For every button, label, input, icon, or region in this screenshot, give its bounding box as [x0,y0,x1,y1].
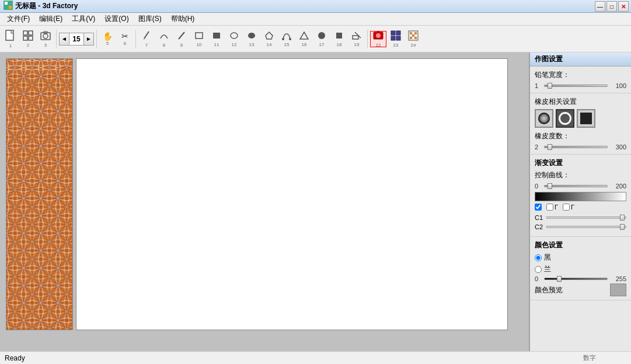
eraser-section: 橡皮相关设置 橡皮度数： 2 300 [530,93,631,155]
canvas-area[interactable] [0,52,529,351]
tool-11[interactable]: 11 [208,31,225,47]
c1-c2-sliders: C1 C2 [535,214,626,230]
menu-gallery[interactable]: 图库(S) [134,13,166,25]
tool-12[interactable]: 12 [226,31,242,47]
svg-rect-24 [353,36,358,39]
gradient-section: 渐变设置 控制曲线： 0 200 Γ Γ [530,155,631,237]
tool-16[interactable]: 16 [296,31,312,47]
eraser-type-square[interactable] [577,109,595,128]
new-doc-icon [5,30,16,43]
tool-1[interactable]: 1 [2,31,19,47]
eraser-square-icon [580,113,592,124]
nav-prev-button[interactable]: ◄ [59,33,69,46]
cb-check-3[interactable] [563,204,570,211]
checkbox-2[interactable]: Γ [546,204,558,211]
color-slider[interactable] [544,278,608,280]
tool-13[interactable]: 13 [243,31,260,47]
checkbox-3[interactable]: Γ [563,204,574,211]
tool-23[interactable]: 23 [388,31,404,47]
maximize-button[interactable]: □ [606,1,617,12]
c2-slider[interactable] [546,226,626,228]
tool-6-num: 6 [124,41,126,46]
color-preview-swatch [610,284,626,296]
tool-1-num: 1 [9,43,12,48]
radio-blue[interactable] [535,266,542,273]
tool-24[interactable]: 24 [405,31,421,47]
tool-18[interactable]: 18 [331,31,347,47]
svg-rect-30 [396,31,400,35]
nav-next-button[interactable]: ► [83,33,94,46]
svg-point-19 [282,38,284,40]
gradient-slider[interactable] [544,185,608,187]
svg-rect-7 [29,36,33,40]
rect-fill-icon [212,31,221,41]
pencil-icon [142,30,151,42]
gradient-checkboxes: Γ Γ [535,204,626,211]
status-bar: Ready 数字 [0,351,631,364]
eraser-label: 橡皮度数： [535,131,626,141]
svg-rect-32 [396,36,400,40]
eraser-slider-row: 2 300 [535,144,626,150]
svg-point-17 [248,33,255,38]
title-bar: 无标题 - 3d Factory — □ ✕ [0,0,631,13]
c1-slider[interactable] [546,216,626,219]
color-max: 255 [610,275,626,282]
tool-2[interactable]: 2 [20,31,36,47]
line-icon [177,30,186,42]
menu-settings[interactable]: 设置(O) [100,13,133,25]
svg-rect-6 [23,36,27,40]
checkbox-1[interactable] [535,204,542,211]
minimize-button[interactable]: — [595,1,605,12]
tool-3-num: 3 [44,43,47,48]
menu-edit[interactable]: 编辑(E) [34,13,67,25]
tool-6[interactable]: ✂ 6 [117,31,133,47]
tool-22[interactable]: 22 [370,31,386,47]
camera-icon [40,30,51,42]
tool-17[interactable]: 17 [313,31,330,47]
close-button[interactable]: ✕ [618,1,629,12]
svg-point-27 [376,33,381,38]
curve-icon [159,30,169,42]
gradient-title: 渐变设置 [535,158,626,168]
eraser-slider[interactable] [544,146,608,148]
gradient-min: 0 [535,183,542,190]
tool-10[interactable]: 10 [191,31,207,47]
menu-bar: 文件(F) 编辑(E) 工具(V) 设置(O) 图库(S) 帮助(H) [0,13,631,26]
color-option-black[interactable]: 黑 [535,253,626,262]
svg-marker-21 [300,32,308,39]
pencil-slider[interactable] [544,85,608,87]
texture-canvas [6,58,73,330]
tool-15[interactable]: 15 [278,31,295,47]
tool-14[interactable]: 14 [261,31,277,47]
toolbar: 1 2 3 ◄ 15 ► ✋ [0,26,631,52]
tool-5[interactable]: ✋ 5 [99,31,116,47]
svg-rect-15 [213,33,220,38]
menu-file[interactable]: 文件(F) [2,13,34,25]
c2-label: C2 [535,223,544,230]
color-slider-row: 0 255 [535,275,626,282]
cb-check-1[interactable] [535,204,542,211]
tool-3[interactable]: 3 [37,31,54,47]
eraser-min: 2 [535,144,542,150]
photo-icon [373,30,384,42]
radio-black[interactable] [535,254,542,261]
eraser-type-circle[interactable] [556,109,574,128]
svg-line-25 [355,32,361,38]
svg-rect-51 [6,59,72,330]
svg-rect-31 [391,36,395,40]
menu-tools[interactable]: 工具(V) [67,13,100,25]
cb-check-2[interactable] [546,204,553,211]
hand-icon: ✋ [103,32,113,40]
tool-19[interactable]: 19 [348,31,365,47]
work-area[interactable] [76,58,508,330]
color-preview-row: 颜色预览 [535,284,626,296]
c1-slider-row: C1 [535,214,626,221]
tool-7[interactable]: 7 [138,31,155,47]
menu-help[interactable]: 帮助(H) [166,13,200,25]
tool-9[interactable]: 9 [173,31,190,47]
c1-label: C1 [535,214,544,221]
eraser-type-radial[interactable] [535,109,553,128]
tool-8[interactable]: 8 [156,31,172,47]
svg-rect-4 [23,31,27,35]
color-option-blue[interactable]: 兰 [535,264,626,274]
